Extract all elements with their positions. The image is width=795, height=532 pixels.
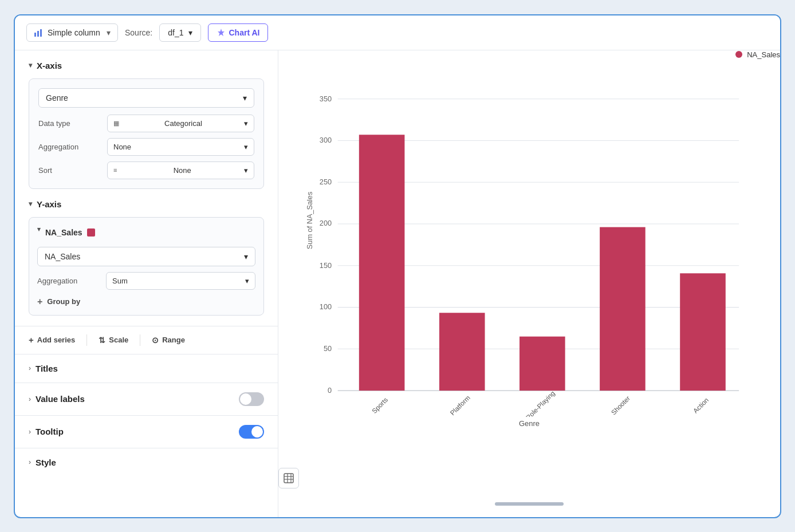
- action-divider-2: [140, 334, 140, 346]
- tooltip-knob: [251, 426, 263, 438]
- y-axis-chevron: ▾: [29, 200, 32, 208]
- aggregation-select[interactable]: None ▾: [107, 138, 254, 156]
- right-panel: NA_Sales Sum of NA_Sales 350: [278, 50, 780, 517]
- source-value: df_1: [168, 28, 183, 37]
- range-button[interactable]: ⊙ Range: [152, 336, 185, 345]
- left-panel: ▾ X-axis Genre ▾ Data type ▦ Categorical…: [15, 50, 278, 517]
- y-axis-label: Y-axis: [37, 199, 61, 209]
- chart-area: Sum of NA_Sales 350 300 250: [301, 68, 757, 495]
- style-chevron: ›: [29, 458, 31, 466]
- scale-button[interactable]: ⇅ Scale: [99, 336, 128, 345]
- y-tick-0: 0: [328, 386, 332, 395]
- x-axis-label: X-axis: [37, 61, 62, 70]
- style-section[interactable]: › Style: [15, 448, 278, 476]
- x-axis-label: Genre: [301, 419, 757, 428]
- aggregation-value: None: [113, 143, 131, 151]
- x-label-shooter: Shooter: [609, 394, 631, 416]
- data-type-select[interactable]: ▦ Categorical ▾: [107, 115, 254, 132]
- main-container: Simple column ▾ Source: df_1 ▾ Chart AI …: [14, 14, 781, 518]
- y-axis-header[interactable]: ▾ Y-axis: [29, 199, 264, 209]
- y-tick-200: 200: [320, 219, 332, 227]
- titles-section[interactable]: › Titles: [15, 354, 278, 383]
- chart-legend: NA_Sales: [735, 50, 780, 59]
- table-view-button[interactable]: [278, 468, 299, 488]
- chart-ai-label: Chart AI: [229, 28, 260, 37]
- x-label-sports: Sports: [370, 395, 389, 414]
- scale-label: Scale: [109, 336, 128, 344]
- x-label-role-playing: Role-Playing: [524, 389, 556, 416]
- na-sales-field-select[interactable]: NA_Sales ▾: [37, 247, 255, 266]
- range-label: Range: [162, 336, 185, 344]
- svg-rect-1: [37, 31, 39, 37]
- x-axis-chevron: ▾: [29, 61, 32, 69]
- chart-type-chevron: ▾: [107, 28, 111, 37]
- svg-rect-2: [40, 29, 42, 37]
- y-aggregation-label: Aggregation: [37, 277, 100, 285]
- column-chart-icon: [34, 28, 43, 37]
- x-axis-box: Genre ▾ Data type ▦ Categorical ▾ Aggreg…: [29, 78, 264, 189]
- toolbar: Simple column ▾ Source: df_1 ▾ Chart AI: [15, 15, 780, 50]
- x-axis-header[interactable]: ▾ X-axis: [29, 61, 264, 70]
- bar-action[interactable]: [680, 273, 726, 391]
- value-labels-toggle[interactable]: [239, 392, 264, 406]
- x-label-action: Action: [691, 396, 710, 414]
- bar-sports[interactable]: [359, 135, 405, 391]
- add-series-plus-icon: +: [29, 335, 34, 345]
- value-labels-section[interactable]: › Value labels: [15, 383, 278, 415]
- na-sales-field-value: NA_Sales: [45, 252, 80, 261]
- x-label-platform: Platform: [448, 393, 471, 416]
- chart-ai-button[interactable]: Chart AI: [208, 23, 269, 42]
- content-area: ▾ X-axis Genre ▾ Data type ▦ Categorical…: [15, 50, 780, 517]
- bar-shooter[interactable]: [600, 227, 646, 390]
- tooltip-label: Tooltip: [36, 427, 234, 436]
- chart-type-label: Simple column: [48, 28, 100, 37]
- y-axis-box: ▾ NA_Sales NA_Sales ▾ Aggregation Sum ▾: [29, 217, 264, 316]
- sparkle-icon: [217, 28, 226, 37]
- y-tick-50: 50: [324, 344, 332, 353]
- value-labels-label: Value labels: [36, 394, 234, 404]
- group-by-row[interactable]: + Group by: [37, 297, 255, 307]
- y-tick-100: 100: [320, 302, 332, 310]
- sort-chevron: ▾: [244, 166, 248, 175]
- y-aggregation-row: Aggregation Sum ▾: [37, 272, 255, 290]
- genre-value: Genre: [46, 93, 68, 103]
- scale-icon: ⇅: [99, 336, 105, 345]
- bar-role-playing[interactable]: [519, 336, 565, 390]
- scroll-handle[interactable]: [495, 502, 564, 506]
- svg-rect-0: [34, 33, 36, 37]
- legend-label: NA_Sales: [747, 50, 780, 59]
- style-label: Style: [36, 458, 264, 467]
- tooltip-section[interactable]: › Tooltip: [15, 415, 278, 448]
- na-sales-color-swatch[interactable]: [87, 228, 95, 237]
- value-labels-chevron: ›: [29, 395, 31, 403]
- na-sales-series-name: NA_Sales: [45, 228, 82, 237]
- y-tick-150: 150: [320, 261, 332, 269]
- aggregation-row: Aggregation None ▾: [38, 138, 254, 156]
- sort-value: None: [174, 166, 191, 175]
- chart-type-select[interactable]: Simple column ▾: [26, 23, 118, 42]
- tooltip-toggle[interactable]: [239, 425, 264, 439]
- y-tick-250: 250: [320, 178, 332, 186]
- bar-platform[interactable]: [439, 313, 485, 391]
- genre-chevron: ▾: [243, 93, 247, 103]
- titles-chevron: ›: [29, 364, 31, 372]
- titles-label: Titles: [36, 364, 264, 373]
- action-row: + Add series ⇅ Scale ⊙ Range: [15, 326, 278, 354]
- x-axis-section: ▾ X-axis Genre ▾ Data type ▦ Categorical…: [15, 50, 278, 199]
- sort-select[interactable]: ≡ None ▾: [107, 161, 254, 179]
- genre-select[interactable]: Genre ▾: [38, 88, 254, 108]
- chart-svg-container: Sum of NA_Sales 350 300 250: [301, 85, 757, 417]
- tooltip-chevron: ›: [29, 428, 31, 436]
- chart-svg: Sum of NA_Sales 350 300 250: [301, 85, 757, 417]
- na-sales-header: ▾ NA_Sales: [37, 226, 255, 240]
- sort-label: Sort: [38, 166, 101, 175]
- range-icon: ⊙: [152, 336, 159, 345]
- sort-icon: ≡: [113, 167, 117, 174]
- source-select[interactable]: df_1 ▾: [159, 23, 200, 42]
- aggregation-label: Aggregation: [38, 143, 101, 151]
- group-by-plus-icon: +: [37, 297, 42, 307]
- svg-rect-3: [284, 474, 293, 483]
- y-aggregation-select[interactable]: Sum ▾: [106, 272, 255, 290]
- add-series-button[interactable]: + Add series: [29, 335, 75, 345]
- y-tick-300: 300: [320, 136, 332, 144]
